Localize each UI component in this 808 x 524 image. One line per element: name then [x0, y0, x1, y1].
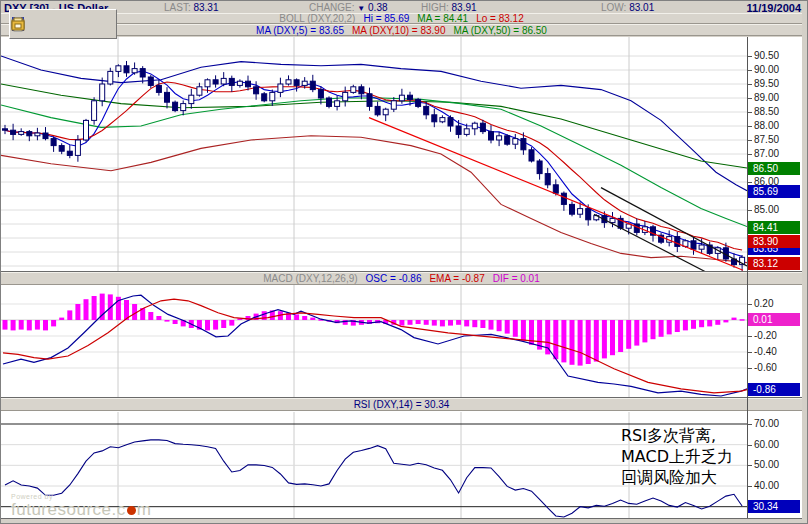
axis-label: -0.60	[754, 362, 800, 374]
macd-dif-value: DIF = 0.01	[493, 273, 540, 284]
axis-tick	[748, 368, 752, 369]
high-label: HIGH:	[421, 2, 449, 13]
axis-tick	[748, 84, 752, 85]
boll-ma-value: MA = 84.41	[417, 13, 468, 24]
axis-label: 50.00	[754, 459, 800, 471]
axis-label: 89.50	[754, 78, 800, 90]
axis-label: -0.40	[754, 346, 800, 358]
logo-text: futuresource.c	[11, 500, 126, 519]
annotation-line: 回调风险加大	[621, 467, 751, 488]
axis-badge: 83.90	[748, 235, 800, 248]
axis-label: 88.50	[754, 106, 800, 118]
boll-lo-value: Lo = 83.12	[476, 13, 524, 24]
axis-badge: -0.86	[748, 383, 800, 396]
axis-badge: 86.50	[748, 162, 800, 175]
change-label: CHANGE:	[309, 2, 355, 13]
futuresource-logo: futuresource.cm	[11, 500, 151, 520]
axis-tick	[748, 210, 752, 211]
chart-annotation: RSI多次背离, MACD上升乏力 回调风险加大	[621, 425, 751, 488]
email-button[interactable]	[66, 14, 86, 34]
macd-osc-value: OSC = -0.86	[366, 273, 422, 284]
last-group: LAST: 83.31	[164, 2, 219, 13]
axis-tick	[748, 98, 752, 99]
macd-ema-value: EMA = -0.87	[429, 273, 484, 284]
low-value: 83.01	[629, 2, 654, 13]
axis-label: 60.00	[754, 439, 800, 451]
low-group: LOW: 83.01	[601, 2, 654, 13]
ma50-value: MA (DXY,50) = 86.50	[453, 25, 546, 36]
axis-label: 90.00	[754, 64, 800, 76]
logo-dot-icon	[127, 506, 136, 515]
axis-badge: 83.12	[748, 257, 800, 270]
axis-label: 87.50	[754, 134, 800, 146]
ma5-value: MA (DXY,5) = 83.65	[256, 25, 344, 36]
axis-tick	[748, 352, 752, 353]
axis-tick	[748, 154, 752, 155]
axis-label: 88.00	[754, 120, 800, 132]
chart-application-window: DXY [30] - US Dollar LAST: 83.31 CHANGE:…	[0, 0, 808, 524]
rsi-indicator-strip: RSI (DXY,14) = 30.34	[1, 398, 802, 411]
axis-label: 90.50	[754, 50, 800, 62]
last-label: LAST:	[164, 2, 191, 13]
axis-tick	[748, 126, 752, 127]
axis-tick	[748, 140, 752, 141]
annotation-line: RSI多次背离,	[621, 425, 751, 446]
powered-by-label: Powered by	[11, 493, 151, 500]
boll-name: BOLL (DXY,20,2)	[279, 13, 355, 24]
axis-badge: 30.34	[748, 500, 800, 513]
high-value: 83.91	[452, 2, 477, 13]
axis-label: 70.00	[754, 418, 800, 430]
macd-name: MACD (DXY,12,26,9)	[263, 273, 357, 284]
low-label: LOW:	[601, 2, 626, 13]
watermark: Powered by futuresource.cm	[11, 493, 151, 520]
annotation-line: MACD上升乏力	[621, 446, 751, 467]
boll-indicator-strip: BOLL (DXY,20,2)Hi = 85.69MA = 84.41Lo = …	[1, 13, 802, 24]
rsi-value: RSI (DXY,14) = 30.34	[354, 399, 450, 410]
macd-indicator-strip: MACD (DXY,12,26,9)OSC = -0.86EMA = -0.87…	[1, 272, 802, 285]
export-icon	[10, 16, 26, 32]
toolbar	[9, 9, 117, 39]
axis-label: 87.00	[754, 148, 800, 160]
high-group: HIGH: 83.91	[421, 2, 477, 13]
axis-label: 0.20	[754, 298, 800, 310]
axis-tick	[748, 56, 752, 57]
change-value: 0.38	[368, 2, 387, 13]
axis-tick	[748, 182, 752, 183]
axis-badge: 84.41	[748, 221, 800, 234]
print-button[interactable]	[40, 14, 60, 34]
axis-tick	[748, 304, 752, 305]
axis-tick	[748, 112, 752, 113]
axis-tick	[748, 336, 752, 337]
macd-chart-plot[interactable]	[1, 285, 747, 397]
boll-hi-value: Hi = 85.69	[363, 13, 409, 24]
change-group: CHANGE: ▼ 0.38	[309, 2, 388, 13]
logo-text: m	[137, 500, 152, 519]
ma10-value: MA (DXY,10) = 83.90	[352, 25, 445, 36]
axis-label: 40.00	[754, 480, 800, 492]
axis-label: 85.00	[754, 204, 800, 216]
price-chart-plot[interactable]	[1, 37, 747, 271]
axis-label: 89.00	[754, 92, 800, 104]
ma-indicator-strip: MA (DXY,5) = 83.65MA (DXY,10) = 83.90MA …	[1, 24, 802, 36]
last-value: 83.31	[193, 2, 218, 13]
axis-label: -0.20	[754, 330, 800, 342]
axis-tick	[748, 70, 752, 71]
axis-badge: 85.69	[748, 185, 800, 198]
axis-badge: 0.01	[748, 313, 800, 326]
export-button[interactable]	[93, 14, 113, 34]
down-arrow-icon: ▼	[357, 4, 365, 13]
